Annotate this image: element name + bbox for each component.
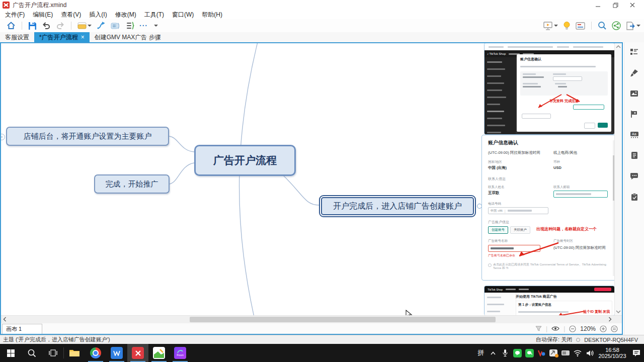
xmind-taskbar-button[interactable] <box>127 344 148 362</box>
insert-topic-button[interactable] <box>75 20 94 31</box>
notes-card-button[interactable] <box>573 20 588 31</box>
zoom-in-button[interactable] <box>600 325 607 332</box>
filter-icon[interactable] <box>535 325 542 332</box>
attachment-image-shop-ads-start[interactable]: TikTok Shop 开始使用 TikTok 商店广告 第 1 步：设置账户信… <box>484 286 615 315</box>
eye-icon[interactable] <box>551 326 559 331</box>
shop-ads-title: 开始使用 TikTok 商店广告 <box>516 294 612 299</box>
comment-icon[interactable] <box>630 172 638 180</box>
windows-taskbar: Foun 拼 16:58 2025/10/23 <box>0 344 644 362</box>
image-icon[interactable] <box>630 90 638 97</box>
insert-topic-caret[interactable] <box>88 25 92 27</box>
image-editor-button[interactable] <box>148 344 170 362</box>
wifi-icon[interactable] <box>572 345 584 361</box>
format-brush-icon[interactable] <box>630 69 638 77</box>
chrome-button[interactable] <box>85 344 106 362</box>
file-explorer-button[interactable] <box>64 344 85 362</box>
wecom-icon[interactable] <box>523 345 535 361</box>
foun-app-button[interactable]: Foun <box>170 344 191 362</box>
toolbar-overflow-caret[interactable] <box>150 20 160 31</box>
export-caret[interactable] <box>636 25 640 27</box>
menu-help[interactable]: 帮助(H) <box>202 11 222 19</box>
terms-checkbox <box>488 263 492 267</box>
share-button[interactable] <box>609 20 623 31</box>
taskbar-clock[interactable]: 16:58 2025/10/23 <box>596 345 629 361</box>
mini-annotation-2: 出现这种问题，名称就自定义一个 <box>536 226 597 234</box>
zoom-out-button[interactable] <box>569 325 576 332</box>
zoom-level[interactable]: 120% <box>580 325 596 332</box>
step-title: 第 1 步：设置账户信息 <box>518 303 610 307</box>
summary-button[interactable] <box>108 20 123 31</box>
minimize-button[interactable] <box>590 0 607 10</box>
screenshot-tray-icon[interactable] <box>547 345 559 361</box>
w-app-button[interactable] <box>106 344 127 362</box>
canvas-vertical-scrollbar[interactable] <box>614 43 622 315</box>
sticker-icon[interactable]: Aa <box>630 131 639 138</box>
tiktok-shop-logo: TikTok Shop <box>488 288 503 291</box>
search-button[interactable] <box>595 20 609 31</box>
task-clipboard-icon[interactable] <box>631 193 638 201</box>
undo-button[interactable] <box>39 20 53 31</box>
hscroll-thumb[interactable] <box>190 317 496 322</box>
close-button[interactable] <box>624 0 641 10</box>
device-tray-icon[interactable] <box>559 345 572 361</box>
topic-backend[interactable]: 店铺后台，将开通账户设置为主要账户 <box>6 127 169 146</box>
phone-input: 中国 +86| <box>488 207 548 214</box>
currency-label: 币种 <box>553 160 560 164</box>
relationship-button[interactable] <box>94 20 108 31</box>
menu-tools[interactable]: 工具(T) <box>144 11 164 19</box>
redo-button[interactable] <box>53 20 67 31</box>
tab-close-icon[interactable]: × <box>81 34 85 41</box>
menu-edit[interactable]: 编辑(E) <box>33 11 53 19</box>
attachment-image-account-confirm-form[interactable]: 账户信息确认 (UTC-09:00) 阿拉斯加标准时间 线上电商/其他 国家/地… <box>481 135 616 281</box>
presentation-caret[interactable] <box>554 25 558 27</box>
scroll-up-arrow[interactable] <box>616 45 621 49</box>
presentation-button[interactable] <box>540 20 560 31</box>
toolbar-separator <box>71 22 71 30</box>
microphone-icon[interactable] <box>499 345 511 361</box>
menu-window[interactable]: 窗口(W) <box>172 11 194 19</box>
more-tools-button[interactable]: ··· <box>137 20 150 31</box>
clock-date: 2025/10/23 <box>598 353 626 359</box>
attachment-image-account-confirm-modal[interactable]: ♪ TikTok Shop 账户信息确认 <box>484 43 615 135</box>
wechat-icon[interactable] <box>511 345 523 361</box>
topic-selected-label: 开户完成后，进入店铺广告创建账户 <box>333 201 462 212</box>
tab-guanggao-kaihu-liucheng[interactable]: *广告开户流程× <box>34 32 90 42</box>
menu-view[interactable]: 查看(V) <box>61 11 81 19</box>
task-view-button[interactable] <box>42 344 63 362</box>
taskbar-search-button[interactable] <box>21 344 42 362</box>
scroll-left-arrow[interactable] <box>3 317 7 322</box>
home-button[interactable] <box>4 20 18 31</box>
red-arrow-2 <box>512 242 562 259</box>
ime-indicator[interactable]: 拼 <box>475 345 487 361</box>
topic-backend-label: 店铺后台，将开通账户设置为主要账户 <box>24 132 152 141</box>
marker-flag-icon[interactable] <box>630 110 638 118</box>
outline-icon[interactable] <box>630 48 638 56</box>
restore-button[interactable] <box>607 0 624 10</box>
volume-icon[interactable] <box>584 345 596 361</box>
lightbulb-button[interactable] <box>560 20 573 31</box>
foun-label: Foun <box>177 353 184 356</box>
tab-kefu-shezhi[interactable]: 客服设置 <box>0 32 34 42</box>
topic-done[interactable]: 完成，开始推广 <box>94 174 170 194</box>
menu-modify[interactable]: 修改(M) <box>115 11 136 19</box>
notes-icon[interactable] <box>631 151 638 159</box>
tab-gmv-max[interactable]: 创建GMV MAX广告 步骤 <box>90 32 166 42</box>
export-button[interactable] <box>623 20 643 31</box>
hidden-icons-chevron[interactable] <box>487 345 499 361</box>
menu-file[interactable]: 文件(F) <box>5 11 25 19</box>
scroll-down-arrow[interactable] <box>616 310 621 314</box>
start-button[interactable] <box>0 344 21 362</box>
canvas-horizontal-scrollbar[interactable] <box>1 315 622 323</box>
contact-email-label: 联系人邮箱 <box>553 185 608 189</box>
mindmap-canvas[interactable]: + 店铺后台，将开通账户设置为主要账户 完成，开始推广 广告开户流程 开户完成后… <box>1 43 622 315</box>
menu-insert[interactable]: 插入(I) <box>89 11 107 19</box>
antivirus-icon[interactable] <box>535 345 547 361</box>
scroll-right-arrow[interactable] <box>608 317 612 322</box>
topic-selected[interactable]: 开户完成后，进入店铺广告创建账户 <box>319 195 476 217</box>
zoom-fit-button[interactable] <box>611 325 618 332</box>
boundary-button[interactable] <box>123 20 137 31</box>
sheet-tab-canvas1[interactable]: 画布 1 <box>2 324 42 334</box>
save-button[interactable] <box>26 20 39 31</box>
action-center-icon[interactable] <box>629 345 644 361</box>
central-topic[interactable]: 广告开户流程 <box>194 145 296 176</box>
